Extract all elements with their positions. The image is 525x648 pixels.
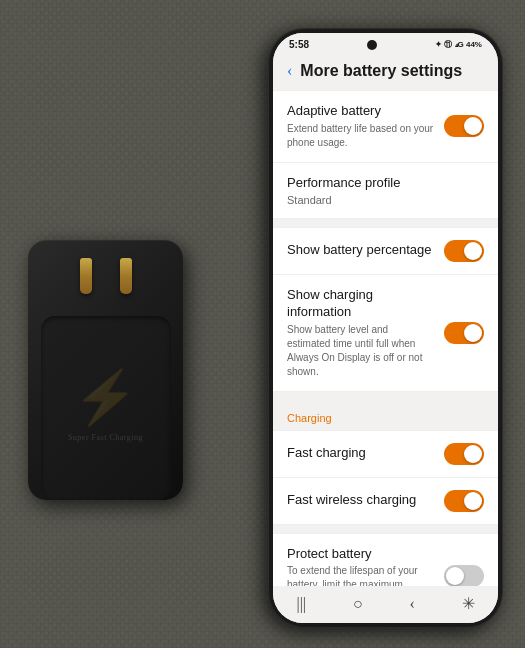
setting-text-adaptive-battery: Adaptive battery Extend battery life bas… [287,103,444,150]
app-header: ‹ More battery settings [273,54,498,90]
nav-home-button[interactable]: ○ [353,595,363,613]
settings-list: Adaptive battery Extend battery life bas… [273,90,498,586]
setting-text-performance-profile: Performance profile Standard [287,175,484,206]
setting-text-protect-battery: Protect battery To extend the lifespan o… [287,546,444,586]
setting-label-adaptive-battery: Adaptive battery [287,103,434,120]
setting-item-adaptive-battery[interactable]: Adaptive battery Extend battery life bas… [273,90,498,163]
setting-value-performance-profile: Standard [287,194,474,206]
setting-label-fast-charging: Fast charging [287,445,434,462]
bolt-icon: ⚡ [73,372,138,424]
toggle-adaptive-battery[interactable] [444,115,484,137]
setting-label-battery-percentage: Show battery percentage [287,242,434,259]
setting-text-charging-info: Show charging information Show battery l… [287,287,444,379]
spacer-1 [273,219,498,227]
spacer-3 [273,525,498,533]
status-bar: 5:58 ✦ ⑪ ₄G 44% [273,33,498,54]
scene: ⚡ Super Fast Charging 5:58 ✦ ⑪ ₄G 44% ‹ … [0,0,525,648]
toggle-knob-fast-charging [464,445,482,463]
charger-prong-left [80,258,92,294]
status-time: 5:58 [289,39,309,50]
charger-body: ⚡ Super Fast Charging [41,316,171,500]
toggle-battery-percentage[interactable] [444,240,484,262]
phone: 5:58 ✦ ⑪ ₄G 44% ‹ More battery settings … [268,28,503,628]
spacer-2 [273,392,498,400]
toggle-knob-battery-percentage [464,242,482,260]
setting-item-performance-profile[interactable]: Performance profile Standard [273,163,498,219]
setting-label-performance-profile: Performance profile [287,175,474,192]
setting-sublabel-charging-info: Show battery level and estimated time un… [287,323,434,379]
setting-item-charging-info[interactable]: Show charging information Show battery l… [273,275,498,392]
charger-prong-right [120,258,132,294]
toggle-fast-charging[interactable] [444,443,484,465]
setting-item-fast-wireless-charging[interactable]: Fast wireless charging [273,478,498,525]
charger: ⚡ Super Fast Charging [28,240,183,500]
setting-label-fast-wireless-charging: Fast wireless charging [287,492,434,509]
setting-text-fast-wireless-charging: Fast wireless charging [287,492,444,509]
setting-sublabel-adaptive-battery: Extend battery life based on your phone … [287,122,434,150]
section-label-charging: Charging [287,412,332,424]
setting-sublabel-protect-battery: To extend the lifespan of your battery, … [287,564,434,586]
setting-item-battery-percentage[interactable]: Show battery percentage [273,227,498,275]
setting-text-battery-percentage: Show battery percentage [287,242,444,259]
camera-pill [367,40,377,50]
toggle-fast-wireless-charging[interactable] [444,490,484,512]
section-header-charging: Charging [273,400,498,430]
nav-back-button[interactable]: ‹ [409,595,414,613]
charger-brand-text: Super Fast Charging [68,432,143,443]
nav-accessibility-button[interactable]: ✳ [462,594,475,613]
toggle-knob-fast-wireless-charging [464,492,482,510]
bottom-nav: ||| ○ ‹ ✳ [273,586,498,623]
setting-item-protect-battery[interactable]: Protect battery To extend the lifespan o… [273,533,498,586]
charger-prongs [80,258,132,294]
toggle-protect-battery[interactable] [444,565,484,586]
status-icons: ✦ ⑪ ₄G 44% [435,39,482,50]
toggle-knob-adaptive-battery [464,117,482,135]
setting-item-fast-charging[interactable]: Fast charging [273,430,498,478]
setting-label-protect-battery: Protect battery [287,546,434,563]
battery-indicator: ✦ ⑪ ₄G 44% [435,39,482,50]
back-button[interactable]: ‹ [287,62,292,80]
page-title: More battery settings [300,62,462,80]
toggle-knob-protect-battery [446,567,464,585]
setting-label-charging-info: Show charging information [287,287,434,321]
toggle-knob-charging-info [464,324,482,342]
setting-text-fast-charging: Fast charging [287,445,444,462]
phone-screen: 5:58 ✦ ⑪ ₄G 44% ‹ More battery settings … [273,33,498,623]
nav-recent-button[interactable]: ||| [296,595,306,613]
toggle-charging-info[interactable] [444,322,484,344]
